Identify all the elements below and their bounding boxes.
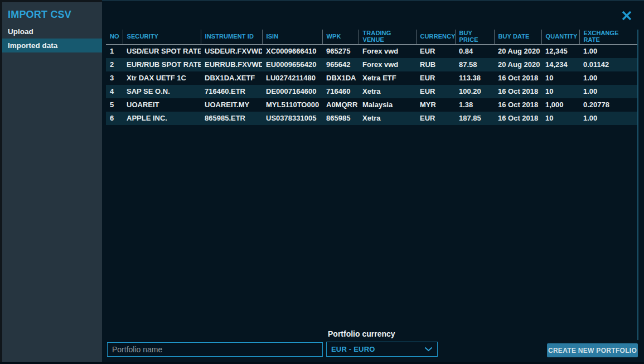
portfolio-currency-label: Portfolio currency	[328, 329, 395, 338]
column-header: EXCHANGE RATE	[579, 30, 637, 45]
table-cell: 865985	[322, 112, 359, 125]
portfolio-name-input[interactable]	[107, 342, 323, 357]
table-cell: USD/EUR SPOT RATE	[123, 45, 201, 58]
table-cell: 16 Oct 2018	[494, 98, 541, 112]
table-cell: 4	[106, 85, 123, 98]
table-row: 4SAP SE O.N.716460.ETRDE0007164600716460…	[106, 85, 637, 98]
table-cell: Malaysia	[359, 98, 416, 112]
table-cell: 10	[541, 85, 579, 98]
table-cell: EUR	[416, 71, 455, 85]
table-cell: 5	[106, 98, 123, 112]
table-cell: 716460.ETR	[201, 85, 262, 98]
table-cell: RUB	[416, 58, 455, 71]
portfolio-currency-select[interactable]: EUR - EURO	[326, 342, 438, 357]
column-header: NO	[106, 30, 123, 45]
table-cell: 100.20	[455, 85, 494, 98]
imported-data-table: NOSECURITYINSTRUMENT IDISINWPKTRADING VE…	[106, 30, 637, 125]
table-cell: 1	[106, 45, 123, 58]
table-row: 1USD/EUR SPOT RATEUSDEUR.FXVWDXC00096664…	[106, 45, 637, 58]
table-row: 5UOAREITUOAREIT.MYMYL5110TO000A0MQRRMala…	[106, 98, 637, 112]
table-cell: EU0009656420	[262, 58, 322, 71]
table-cell: Forex vwd	[359, 58, 416, 71]
table-cell: APPLE INC.	[123, 112, 201, 125]
table-cell: 1.00	[579, 112, 637, 125]
table-cell: UOAREIT	[123, 98, 201, 112]
column-header: SECURITY	[123, 30, 201, 45]
column-header: WPK	[322, 30, 359, 45]
sidebar-item-upload[interactable]: Upload	[2, 25, 102, 39]
table-cell: UOAREIT.MY	[201, 98, 262, 112]
table-cell: US0378331005	[262, 112, 322, 125]
table-right-border	[637, 30, 638, 340]
column-header: INSTRUMENT ID	[201, 30, 262, 45]
table-cell: 2	[106, 58, 123, 71]
close-icon	[621, 10, 632, 21]
column-header: ISIN	[262, 30, 322, 45]
table-cell: 12,345	[541, 45, 579, 58]
table-cell: SAP SE O.N.	[123, 85, 201, 98]
table-header: NOSECURITYINSTRUMENT IDISINWPKTRADING VE…	[106, 30, 637, 45]
table-cell: 1.38	[455, 98, 494, 112]
table-cell: 865985.ETR	[201, 112, 262, 125]
table-cell: 0.20778	[579, 98, 637, 112]
column-header: TRADING VENUE	[359, 30, 416, 45]
table-cell: 1.00	[579, 71, 637, 85]
column-header: CURRENCY	[416, 30, 455, 45]
table-cell: 965642	[322, 58, 359, 71]
sidebar-item-imported-data[interactable]: Imported data	[2, 39, 102, 52]
table-cell: XC0009666410	[262, 45, 322, 58]
table-row: 3Xtr DAX UETF 1CDBX1DA.XETFLU0274211480D…	[106, 71, 637, 85]
sidebar-title: IMPORT CSV	[8, 9, 102, 21]
close-button[interactable]	[620, 9, 633, 22]
table-cell: 14,234	[541, 58, 579, 71]
table-cell: 1.00	[579, 45, 637, 58]
table-cell: Xetra	[359, 85, 416, 98]
table-cell: Xtr DAX UETF 1C	[123, 71, 201, 85]
top-divider	[102, 0, 644, 1]
table-cell: A0MQRR	[322, 98, 359, 112]
table-cell: 113.38	[455, 71, 494, 85]
column-header: QUANTITY	[541, 30, 579, 45]
table-cell: 3	[106, 71, 123, 85]
portfolio-currency-value: EUR - EURO	[331, 345, 424, 353]
table-cell: 716460	[322, 85, 359, 98]
column-header: BUY PRICE	[455, 30, 494, 45]
table-cell: 16 Oct 2018	[494, 112, 541, 125]
create-new-portfolio-button[interactable]: CREATE NEW PORTFOLIO	[547, 343, 638, 357]
table-cell: EUR	[416, 85, 455, 98]
table-cell: 16 Oct 2018	[494, 85, 541, 98]
table-cell: 187.85	[455, 112, 494, 125]
table-cell: MYR	[416, 98, 455, 112]
table-cell: 20 Aug 2020	[494, 45, 541, 58]
table-cell: 1,000	[541, 98, 579, 112]
table-cell: Xetra ETF	[359, 71, 416, 85]
table-cell: 0.01142	[579, 58, 637, 71]
table-cell: 6	[106, 112, 123, 125]
table-cell: 0.84	[455, 45, 494, 58]
table-cell: 10	[541, 112, 579, 125]
table-cell: 1.00	[579, 85, 637, 98]
table-cell: USDEUR.FXVWD	[201, 45, 262, 58]
column-header: BUY DATE	[494, 30, 541, 45]
table-cell: DBX1DA.XETF	[201, 71, 262, 85]
table-cell: 87.58	[455, 58, 494, 71]
table-cell: EUR/RUB SPOT RATE	[123, 58, 201, 71]
table-cell: EUR	[416, 112, 455, 125]
table-cell: 16 Oct 2018	[494, 71, 541, 85]
table-cell: 10	[541, 71, 579, 85]
window-bottom-edge	[0, 362, 644, 364]
sidebar-nav: Upload Imported data	[2, 25, 102, 52]
table-row: 2EUR/RUB SPOT RATEEURRUB.FXVWDEU00096564…	[106, 58, 637, 71]
table-cell: Forex vwd	[359, 45, 416, 58]
table-cell: 965275	[322, 45, 359, 58]
table-cell: EURRUB.FXVWD	[201, 58, 262, 71]
table-row: 6APPLE INC.865985.ETRUS0378331005865985X…	[106, 112, 637, 125]
table-cell: DBX1DA	[322, 71, 359, 85]
table-cell: MYL5110TO000	[262, 98, 322, 112]
table-cell: LU0274211480	[262, 71, 322, 85]
table-cell: EUR	[416, 45, 455, 58]
imported-data-panel: NOSECURITYINSTRUMENT IDISINWPKTRADING VE…	[102, 0, 644, 362]
import-csv-sidebar: IMPORT CSV Upload Imported data	[0, 0, 102, 362]
table-cell: 20 Aug 2020	[494, 58, 541, 71]
chevron-down-icon	[424, 347, 433, 352]
